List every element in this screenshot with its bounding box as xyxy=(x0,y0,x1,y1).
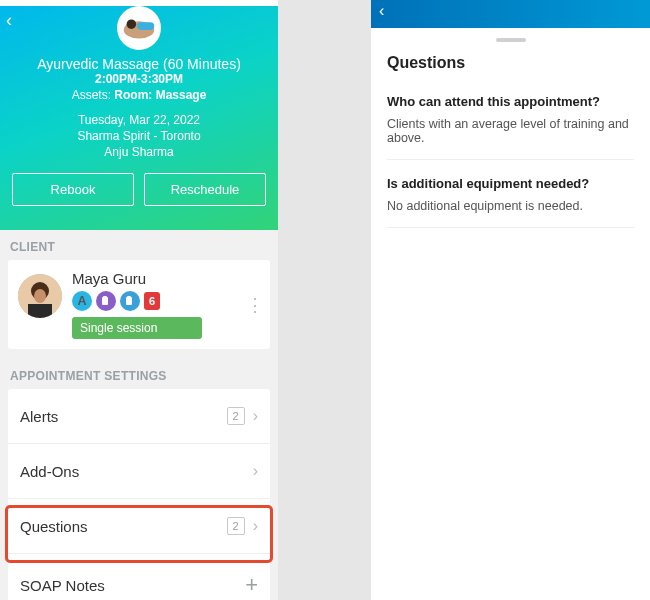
assets-label: Assets: xyxy=(72,88,111,102)
questions-sheet-screen: ‹ Questions Who can attend this appointm… xyxy=(371,0,650,600)
question-text: Who can attend this appointment? xyxy=(387,94,634,109)
row-alerts-label: Alerts xyxy=(20,408,58,425)
svg-rect-9 xyxy=(103,296,107,298)
qa-item: Is additional equipment needed? No addit… xyxy=(387,176,634,228)
back-icon[interactable]: ‹ xyxy=(6,10,12,31)
badge-form-icon xyxy=(96,291,116,311)
appointment-assets: Assets: Room: Massage xyxy=(0,88,278,102)
qa-item: Who can attend this appointment? Clients… xyxy=(387,94,634,160)
row-alerts[interactable]: Alerts 2 › xyxy=(8,389,270,444)
question-text: Is additional equipment needed? xyxy=(387,176,634,191)
screenshot-gap xyxy=(278,0,371,600)
appointment-hero: ‹ Ayurvedic Massage (60 Minutes) 2:00PM-… xyxy=(0,6,278,230)
chevron-right-icon: › xyxy=(253,462,258,480)
svg-rect-10 xyxy=(126,297,132,305)
row-addons[interactable]: Add-Ons › xyxy=(8,444,270,499)
client-avatar xyxy=(18,274,62,318)
svg-rect-7 xyxy=(28,304,52,318)
badge-form2-icon xyxy=(120,291,140,311)
row-questions[interactable]: Questions 2 › xyxy=(8,499,270,554)
client-section-label: CLIENT xyxy=(0,230,278,260)
topbar: ‹ xyxy=(371,0,650,28)
service-avatar xyxy=(117,6,161,50)
chevron-right-icon: › xyxy=(253,407,258,425)
kebab-icon[interactable]: ⋮ xyxy=(246,300,264,309)
plus-icon[interactable]: + xyxy=(245,572,258,598)
client-card[interactable]: Maya Guru A 6 Single session xyxy=(8,260,270,349)
chevron-right-icon: › xyxy=(253,517,258,535)
svg-rect-11 xyxy=(127,296,131,298)
row-soap-label: SOAP Notes xyxy=(20,577,105,594)
answer-text: Clients with an average level of trainin… xyxy=(387,117,634,145)
reschedule-button[interactable]: Reschedule xyxy=(144,173,266,206)
svg-rect-8 xyxy=(102,297,108,305)
appointment-detail-screen: ‹ Ayurvedic Massage (60 Minutes) 2:00PM-… xyxy=(0,0,278,600)
row-soap[interactable]: SOAP Notes + xyxy=(8,554,270,600)
svg-point-6 xyxy=(34,289,46,303)
badge-alert-count: 6 xyxy=(144,292,160,310)
row-alerts-count: 2 xyxy=(227,407,245,425)
appointment-location: Sharma Spirit - Toronto xyxy=(0,128,278,144)
row-questions-count: 2 xyxy=(227,517,245,535)
back-icon[interactable]: ‹ xyxy=(379,2,384,20)
client-name: Maya Guru xyxy=(72,270,260,287)
appointment-meta: Tuesday, Mar 22, 2022 Sharma Spirit - To… xyxy=(0,112,278,161)
rebook-button[interactable]: Rebook xyxy=(12,173,134,206)
answer-text: No additional equipment is needed. xyxy=(387,199,634,213)
row-addons-label: Add-Ons xyxy=(20,463,79,480)
appointment-time: 2:00PM-3:30PM xyxy=(0,72,278,86)
session-type-pill: Single session xyxy=(72,317,202,339)
settings-list: Alerts 2 › Add-Ons › Questions 2 › xyxy=(8,389,270,600)
settings-section-label: APPOINTMENT SETTINGS xyxy=(0,359,278,389)
appointment-staff: Anju Sharma xyxy=(0,144,278,160)
questions-sheet: Questions Who can attend this appointmen… xyxy=(371,24,650,600)
client-badges: A 6 xyxy=(72,291,260,311)
appointment-title: Ayurvedic Massage (60 Minutes) xyxy=(0,56,278,72)
svg-point-2 xyxy=(127,19,137,29)
assets-value: Room: Massage xyxy=(114,88,206,102)
row-questions-label: Questions xyxy=(20,518,88,535)
svg-rect-3 xyxy=(137,22,154,30)
sheet-handle[interactable] xyxy=(496,38,526,42)
appointment-date: Tuesday, Mar 22, 2022 xyxy=(0,112,278,128)
sheet-title: Questions xyxy=(387,54,634,72)
badge-account: A xyxy=(72,291,92,311)
